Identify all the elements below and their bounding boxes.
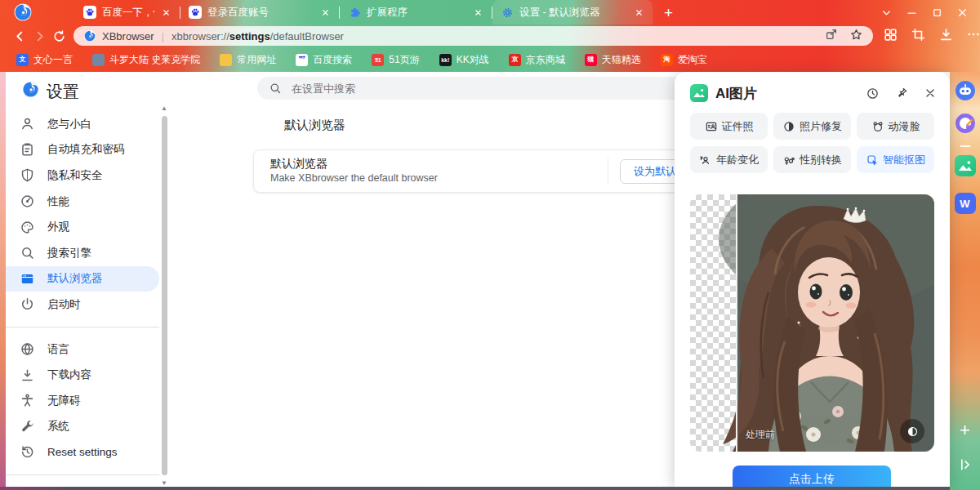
bookmark-favicon: 淘 bbox=[661, 54, 673, 66]
sidebar-item-label: 隐私和安全 bbox=[47, 168, 103, 183]
feature-age-change-button[interactable]: 年龄变化 bbox=[690, 146, 768, 173]
tab-extensions[interactable]: 扩展程序 bbox=[340, 0, 492, 24]
bookmark-star-icon[interactable] bbox=[849, 28, 863, 45]
settings-sidebar: 设置 您与小白 自动填充和密码 隐私和安全 性能 bbox=[6, 72, 174, 487]
history-clock-icon[interactable] bbox=[866, 87, 880, 100]
reset-history-icon bbox=[20, 444, 35, 460]
window-collapse-icon[interactable] bbox=[880, 7, 893, 19]
bookmark-item[interactable]: 京京东商城 bbox=[509, 53, 565, 67]
pin-icon[interactable] bbox=[895, 87, 908, 100]
more-menu-icon[interactable] bbox=[966, 27, 980, 45]
bookmark-item[interactable]: 猫天猫精选 bbox=[585, 53, 641, 67]
reload-icon[interactable] bbox=[49, 26, 69, 46]
sidebar-item-privacy[interactable]: 隐私和安全 bbox=[6, 163, 159, 189]
sidebar-item-downloads[interactable]: 下载内容 bbox=[6, 362, 159, 388]
scrollbar-down-icon[interactable]: ▼ bbox=[159, 479, 169, 487]
speedometer-icon bbox=[20, 194, 35, 209]
feature-id-photo-button[interactable]: 证件照 bbox=[690, 113, 768, 140]
bookmark-item[interactable]: 常用网址 bbox=[220, 53, 276, 67]
bookmark-favicon bbox=[92, 54, 105, 66]
sidebar-item-reset[interactable]: Reset settings bbox=[6, 439, 159, 466]
browser-window: 百度一下，你就知道 登录百度账号 扩展程序 设 bbox=[0, 0, 980, 490]
page-title: 设置 bbox=[47, 81, 79, 103]
palette-icon bbox=[20, 220, 35, 235]
bookmark-item[interactable]: 文文心一言 bbox=[16, 53, 73, 67]
ai-paint-palette-icon[interactable] bbox=[955, 113, 976, 134]
feature-gender-swap-button[interactable]: 性别转换 bbox=[773, 146, 851, 173]
sidebar-item-system[interactable]: 系统 bbox=[6, 414, 159, 440]
window-minimize-icon[interactable] bbox=[906, 7, 918, 19]
sidebar-item-label: 您与小白 bbox=[47, 117, 91, 131]
screenshot-crop-icon[interactable] bbox=[911, 27, 926, 46]
scrollbar-thumb[interactable] bbox=[162, 116, 167, 475]
before-after-divider[interactable] bbox=[736, 194, 737, 452]
bookmark-item[interactable]: 斗罗大陆 史莱克学院 bbox=[92, 53, 200, 67]
feature-anime-face-button[interactable]: 动漫脸 bbox=[857, 113, 934, 140]
tab-baidu-home[interactable]: 百度一下，你就知道 bbox=[75, 0, 180, 24]
browser-window-icon bbox=[20, 271, 35, 287]
browser-name-label: XBbrowser bbox=[102, 30, 154, 42]
tab-close-icon[interactable] bbox=[160, 7, 172, 18]
sidebar-item-startup[interactable]: 启动时 bbox=[6, 292, 159, 318]
tab-settings[interactable]: 设置 - 默认浏览器 bbox=[492, 0, 653, 24]
tab-close-icon[interactable] bbox=[319, 7, 331, 18]
collapse-strip-icon[interactable] bbox=[955, 454, 976, 475]
bookmark-item[interactable]: kk!KK对战 bbox=[439, 53, 489, 67]
ai-image-panel: AI图片 证件照 照片修复 动漫脸 年龄变化 bbox=[675, 72, 950, 487]
bookmark-item[interactable]: 爫百度搜索 bbox=[296, 53, 352, 67]
sidebar-item-search-engine[interactable]: 搜索引擎 bbox=[6, 240, 159, 266]
bookmark-favicon: 文 bbox=[16, 54, 29, 66]
new-tab-button[interactable]: + bbox=[664, 5, 673, 20]
tab-close-icon[interactable] bbox=[633, 7, 644, 18]
forward-icon[interactable] bbox=[29, 26, 49, 46]
add-app-icon[interactable]: + bbox=[960, 421, 970, 439]
sidebar-item-performance[interactable]: 性能 bbox=[6, 189, 159, 215]
tab-title: 登录百度账号 bbox=[207, 6, 314, 20]
sidebar-item-you[interactable]: 您与小白 bbox=[6, 111, 159, 137]
tab-baidu-login[interactable]: 登录百度账号 bbox=[180, 0, 339, 24]
strip-divider bbox=[960, 145, 970, 147]
sidebar-item-label: 启动时 bbox=[47, 297, 81, 312]
share-icon[interactable] bbox=[825, 28, 838, 44]
sidebar-item-appearance[interactable]: 外观 bbox=[6, 214, 159, 240]
extension-puzzle-icon bbox=[348, 6, 361, 19]
bookmark-favicon: 京 bbox=[509, 54, 521, 66]
sidebar-item-label: 语言 bbox=[47, 342, 69, 357]
address-separator: | bbox=[162, 30, 164, 42]
browser-chrome: 百度一下，你就知道 登录百度账号 扩展程序 设 bbox=[0, 0, 980, 72]
ai-image-tool-icon[interactable] bbox=[955, 155, 976, 176]
tab-close-icon[interactable] bbox=[472, 7, 483, 18]
sidebar-scrollbar[interactable]: ▲ ▼ bbox=[159, 105, 169, 487]
scrollbar-up-icon[interactable]: ▲ bbox=[159, 105, 169, 112]
upload-button[interactable]: 点击上传 bbox=[733, 466, 891, 487]
site-favicon-icon bbox=[83, 29, 96, 42]
sidebar-item-languages[interactable]: 语言 bbox=[6, 336, 159, 363]
tab-groups-grid-icon[interactable] bbox=[883, 27, 898, 46]
address-bar[interactable]: XBbrowser | xbbrowser://settings/default… bbox=[74, 26, 873, 46]
bookmark-item[interactable]: 淘爱淘宝 bbox=[661, 53, 707, 67]
window-close-icon[interactable] bbox=[956, 7, 969, 19]
card-title: 默认浏览器 bbox=[270, 157, 327, 172]
sidebar-item-accessibility[interactable]: 无障碍 bbox=[6, 388, 159, 414]
settings-gear-icon bbox=[501, 6, 514, 19]
sidebar-item-default-browser[interactable]: 默认浏览器 bbox=[6, 266, 159, 292]
compare-toggle-button[interactable] bbox=[900, 419, 924, 443]
address-actions bbox=[825, 28, 863, 45]
person-icon bbox=[20, 116, 35, 131]
sidebar-item-autofill[interactable]: 自动填充和密码 bbox=[6, 137, 159, 163]
feature-smart-cutout-button[interactable]: 智能抠图 bbox=[857, 146, 934, 173]
feature-photo-restore-button[interactable]: 照片修复 bbox=[773, 113, 851, 140]
w-app-icon[interactable]: W bbox=[955, 193, 976, 214]
ai-assistant-robot-icon[interactable] bbox=[955, 80, 976, 101]
toolbar-right-actions bbox=[883, 27, 980, 46]
bookmark-favicon bbox=[220, 54, 232, 66]
window-maximize-icon[interactable] bbox=[931, 7, 943, 19]
ai-panel-header: AI图片 bbox=[675, 72, 950, 109]
close-icon[interactable] bbox=[924, 87, 937, 100]
sidebar-divider bbox=[6, 327, 159, 327]
browser-logo-icon[interactable] bbox=[13, 2, 33, 22]
download-icon[interactable] bbox=[938, 27, 954, 46]
back-icon[interactable] bbox=[10, 26, 29, 46]
card-divider bbox=[608, 158, 608, 185]
bookmark-item[interactable]: 5151页游 bbox=[372, 53, 419, 67]
